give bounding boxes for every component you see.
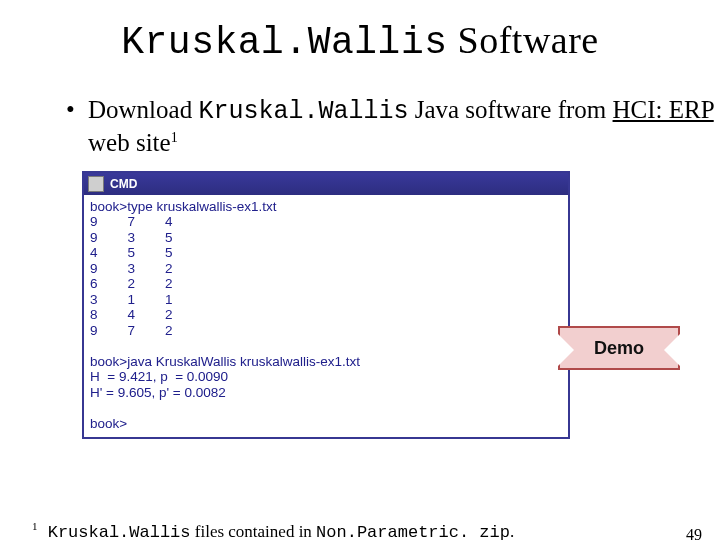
- bullet-sup: 1: [171, 130, 178, 145]
- bullet-list: Download Kruskal.Wallis Java software fr…: [48, 94, 720, 159]
- bullet-mid: Java software from: [408, 96, 612, 123]
- terminal-window-title: CMD: [110, 177, 564, 191]
- terminal-screenshot: CMD book>type kruskalwallis-ex1.txt 9 7 …: [82, 171, 570, 440]
- page-number: 49: [686, 526, 702, 540]
- footnote: 1 Kruskal.Wallis files contained in Non.…: [32, 520, 514, 540]
- bullet-code: Kruskal.Wallis: [198, 97, 408, 126]
- demo-label: Demo: [594, 338, 644, 359]
- slide: Kruskal.Wallis Software Download Kruskal…: [0, 18, 720, 540]
- terminal-window: CMD book>type kruskalwallis-ex1.txt 9 7 …: [82, 171, 570, 440]
- title-rest: Software: [448, 19, 599, 61]
- footnote-mid: files contained in: [191, 522, 317, 540]
- footnote-tail: .: [510, 522, 514, 540]
- demo-ribbon: Demo: [558, 326, 680, 370]
- terminal-titlebar: CMD: [84, 173, 568, 195]
- footnote-code-2: Non.Parametric. zip: [316, 523, 510, 540]
- slide-title: Kruskal.Wallis Software: [0, 18, 720, 64]
- bullet-item: Download Kruskal.Wallis Java software fr…: [88, 94, 720, 159]
- terminal-output: book>type kruskalwallis-ex1.txt 9 7 4 9 …: [90, 199, 562, 432]
- terminal-body: book>type kruskalwallis-ex1.txt 9 7 4 9 …: [84, 195, 568, 438]
- title-code: Kruskal.Wallis: [121, 21, 447, 64]
- bullet-tail: web site: [88, 129, 171, 156]
- footnote-code-1: Kruskal.Wallis: [38, 523, 191, 540]
- bullet-lead: Download: [88, 96, 198, 123]
- bullet-link: HCI: ERP: [613, 96, 714, 123]
- system-menu-icon: [88, 176, 104, 192]
